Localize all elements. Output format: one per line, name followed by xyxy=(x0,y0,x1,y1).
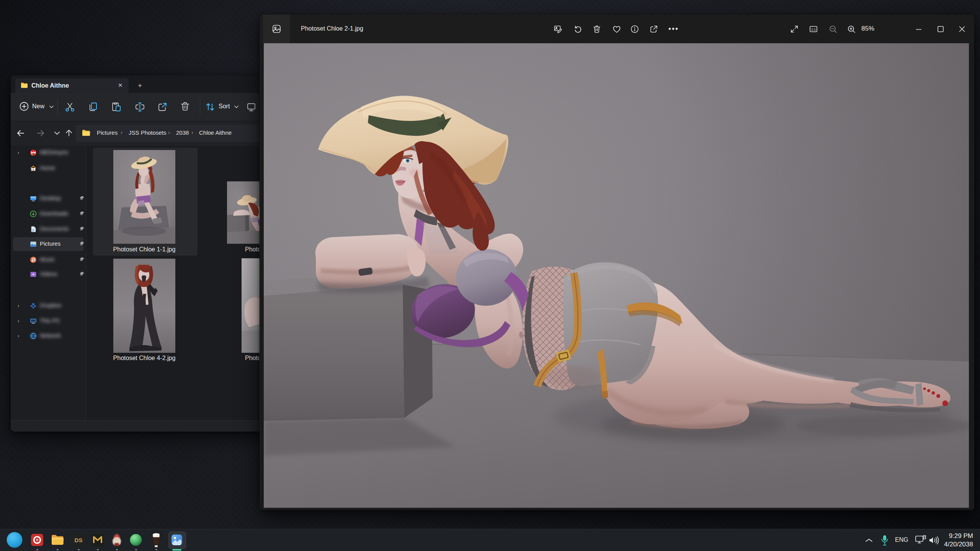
svg-text:1:1: 1:1 xyxy=(811,28,816,31)
svg-text:DS: DS xyxy=(75,537,83,543)
